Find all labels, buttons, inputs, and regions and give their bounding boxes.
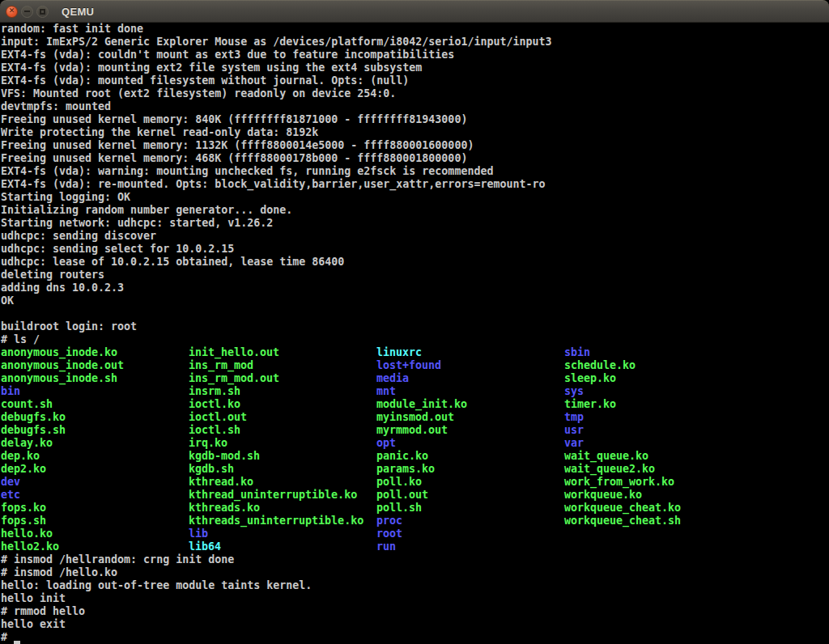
console-line: hello exit [1, 618, 829, 631]
file-entry: dev [1, 476, 189, 489]
file-entry: usr [564, 424, 752, 437]
file-entry: init_hello.out [189, 346, 376, 359]
file-entry: ioctl.ko [189, 398, 376, 411]
file-entry: params.ko [376, 463, 564, 476]
file-entry: linuxrc [376, 346, 564, 359]
close-icon: ✕ [9, 7, 15, 15]
console-line: udhcpc: sending discover [1, 230, 829, 243]
file-entry: workqueue_cheat.ko [564, 502, 752, 515]
ls-row: fops.kokthreads.kopoll.shworkqueue_cheat… [1, 502, 829, 515]
file-entry: media [376, 372, 564, 385]
close-button[interactable]: ✕ [6, 6, 18, 18]
console-line: hello: loading out-of-tree module taints… [1, 579, 829, 592]
file-entry: delay.ko [1, 437, 189, 450]
file-entry: root [376, 527, 564, 540]
file-entry: dep.ko [1, 450, 189, 463]
file-entry: etc [1, 489, 189, 502]
file-entry: insrm.sh [189, 385, 376, 398]
console-line: devtmpfs: mounted [1, 100, 829, 113]
text-cursor [14, 632, 20, 644]
file-entry: kthread_uninterruptible.ko [189, 489, 376, 502]
console-line: Starting network: udhcpc: started, v1.26… [1, 217, 829, 230]
file-entry: wait_queue2.ko [564, 463, 752, 476]
file-entry: kthreads.ko [189, 502, 376, 515]
file-entry: irq.ko [189, 437, 376, 450]
maximize-button[interactable] [36, 6, 49, 18]
file-entry: anonymous_inode.ko [1, 346, 189, 359]
console-line: hello init [1, 592, 829, 605]
console-line: EXT4-fs (vda): mounted filesystem withou… [1, 74, 829, 87]
file-entry: run [376, 540, 564, 553]
file-entry: module_init.ko [376, 398, 564, 411]
file-entry: hello2.ko [1, 540, 189, 553]
file-entry: workqueue.ko [564, 489, 752, 502]
console-line: deleting routers [1, 269, 829, 282]
ls-row: dep.kokgdb-mod.shpanic.kowait_queue.ko [1, 450, 829, 463]
file-entry: anonymous_inode.out [1, 359, 189, 372]
file-entry: ins_rm_mod [189, 359, 376, 372]
console-line: buildroot login: root [1, 320, 829, 333]
console-line: # insmod /hello.ko [1, 566, 829, 579]
file-entry: kthreads_uninterruptible.ko [189, 515, 376, 527]
console-line: Freeing unused kernel memory: 1132K (fff… [1, 139, 829, 152]
ls-row: debugfs.koioctl.outmyinsmod.outtmp [1, 411, 829, 424]
file-entry: panic.ko [376, 450, 564, 463]
file-entry: lost+found [376, 359, 564, 372]
file-entry: kgdb.sh [189, 463, 376, 476]
file-entry: wait_queue.ko [564, 450, 752, 463]
console-line: udhcpc: lease of 10.0.2.15 obtained, lea… [1, 256, 829, 269]
console-line: # insmod /hellrandom: crng init done [1, 553, 829, 566]
console-line: random: fast init done [1, 23, 829, 36]
ls-row: fops.shkthreads_uninterruptible.koprocwo… [1, 515, 829, 527]
file-entry: bin [1, 385, 189, 398]
console-line: Initializing random number generator... … [1, 204, 829, 217]
file-entry: debugfs.sh [1, 424, 189, 437]
console-line: OK [1, 294, 829, 307]
file-entry: poll.sh [376, 502, 564, 515]
file-entry: sleep.ko [564, 372, 752, 385]
ls-row: hello.kolibroot [1, 527, 829, 540]
ls-row: devkthread.kopoll.kowork_from_work.ko [1, 476, 829, 489]
ls-row: count.shioctl.komodule_init.kotimer.ko [1, 398, 829, 411]
file-entry: var [564, 437, 752, 450]
console-line: VFS: Mounted root (ext2 filesystem) read… [1, 87, 829, 100]
ls-row: debugfs.shioctl.shmyrmmod.outusr [1, 424, 829, 437]
file-entry: kthread.ko [189, 476, 376, 489]
file-entry: lib [189, 527, 376, 540]
file-entry: timer.ko [564, 398, 752, 411]
ls-row: etckthread_uninterruptible.kopoll.outwor… [1, 489, 829, 502]
console-line: udhcpc: sending select for 10.0.2.15 [1, 243, 829, 256]
console-screen[interactable]: random: fast init doneinput: ImExPS/2 Ge… [0, 23, 829, 644]
qemu-window: ✕ QEMU random: fast init doneinput: ImEx… [0, 0, 829, 644]
file-entry: sbin [564, 346, 752, 359]
console-line: adding dns 10.0.2.3 [1, 282, 829, 294]
console-line: EXT4-fs (vda): warning: mounting uncheck… [1, 165, 829, 178]
minimize-button[interactable] [21, 6, 33, 18]
ls-row: anonymous_inode.outins_rm_modlost+founds… [1, 359, 829, 372]
console-line: EXT4-fs (vda): re-mounted. Opts: block_v… [1, 178, 829, 191]
file-entry: poll.ko [376, 476, 564, 489]
console-line: # rmmod hello [1, 605, 829, 618]
ls-row: dep2.kokgdb.shparams.kowait_queue2.ko [1, 463, 829, 476]
file-entry: opt [376, 437, 564, 450]
ls-row: anonymous_inode.koinit_hello.outlinuxrcs… [1, 346, 829, 359]
file-entry: kgdb-mod.sh [189, 450, 376, 463]
file-entry: workqueue_cheat.sh [564, 515, 752, 527]
file-entry: debugfs.ko [1, 411, 189, 424]
file-entry: poll.out [376, 489, 564, 502]
console-line: EXT4-fs (vda): mounting ext2 file system… [1, 61, 829, 74]
maximize-icon [40, 9, 45, 15]
console-line: input: ImExPS/2 Generic Explorer Mouse a… [1, 36, 829, 49]
ls-row: anonymous_inode.shins_rm_mod.outmediasle… [1, 372, 829, 385]
console-line: Starting logging: OK [1, 191, 829, 204]
ls-row: delay.koirq.kooptvar [1, 437, 829, 450]
ls-row: hello2.kolib64run [1, 540, 829, 553]
file-entry: fops.ko [1, 502, 189, 515]
console-line [1, 307, 829, 320]
file-entry: ins_rm_mod.out [189, 372, 376, 385]
file-entry: anonymous_inode.sh [1, 372, 189, 385]
file-entry: lib64 [189, 540, 376, 553]
file-entry: hello.ko [1, 527, 189, 540]
titlebar[interactable]: ✕ QEMU [0, 0, 829, 23]
window-title: QEMU [62, 6, 94, 18]
